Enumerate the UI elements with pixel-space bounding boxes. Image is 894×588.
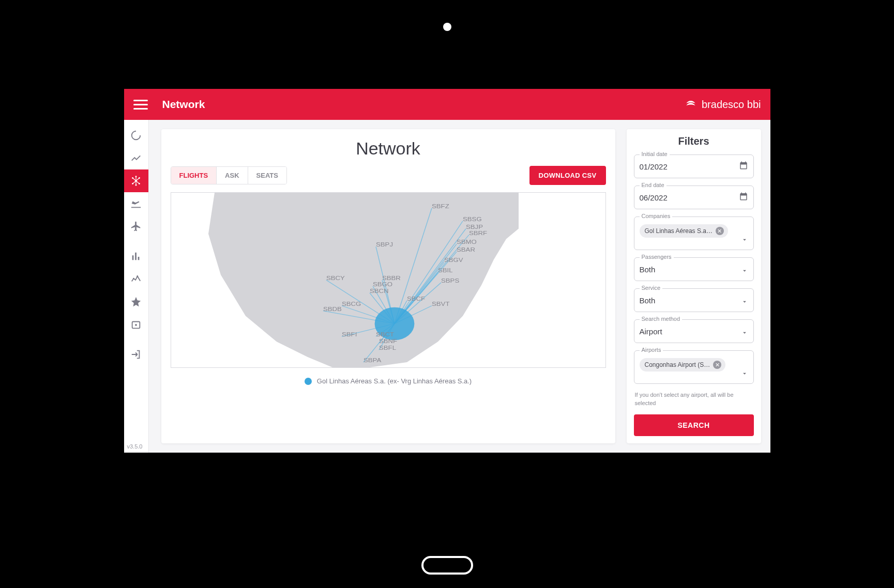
nav-departures[interactable] (124, 192, 149, 215)
legend-color-dot (305, 378, 312, 385)
airport-label[interactable]: SBDB (323, 306, 342, 313)
chevron-down-icon (741, 236, 748, 245)
tab-ask[interactable]: ASK (216, 167, 247, 184)
tab-seats[interactable]: SEATS (248, 167, 286, 184)
brand-logo: bradesco bbi (684, 98, 761, 111)
airport-label[interactable]: SBGV (444, 257, 464, 264)
passengers-field[interactable]: Passengers Both (634, 257, 754, 281)
device-camera-icon (443, 23, 451, 31)
airport-label[interactable]: SBMO (457, 239, 477, 245)
airport-label[interactable]: SBCT (376, 331, 395, 338)
chevron-down-icon (741, 298, 748, 307)
airport-label[interactable]: SBRF (469, 230, 487, 237)
airport-label[interactable]: SBBR (382, 275, 401, 282)
airport-label[interactable]: SBPJ (376, 241, 393, 248)
nav-network[interactable] (124, 169, 149, 192)
chip-label: Gol Linhas Aéreas S.a… (645, 227, 713, 235)
svg-point-7 (133, 278, 134, 280)
app-screen: Network bradesco bbi v3.5.0 Network FLIG… (124, 89, 770, 453)
brand-text: bradesco bbi (702, 99, 761, 111)
airport-label[interactable]: SBCG (342, 301, 361, 307)
metric-tabs: FLIGHTSASKSEATS (171, 166, 287, 184)
svg-point-8 (137, 275, 138, 277)
companies-field[interactable]: Companies Gol Linhas Aéreas S.a…✕ (634, 216, 754, 250)
nav-favorites[interactable] (124, 290, 149, 313)
chevron-down-icon (741, 370, 748, 379)
company-chip: Gol Linhas Aéreas S.a…✕ (640, 224, 728, 238)
airport-label[interactable]: SBCN (370, 288, 389, 295)
airport-label[interactable]: SBFL (379, 345, 396, 351)
app-version: v3.5.0 (127, 443, 143, 450)
filters-title: Filters (634, 135, 754, 147)
network-title: Network (171, 138, 606, 159)
initial-date-field[interactable]: Initial date 01/2022 (634, 154, 754, 178)
chevron-down-icon (741, 267, 748, 276)
service-field[interactable]: Service Both (634, 288, 754, 312)
airport-label[interactable]: SBIL (438, 267, 453, 274)
nav-insights[interactable] (124, 268, 149, 290)
svg-point-10 (135, 324, 137, 326)
filters-panel: Filters Initial date 01/2022 End date 06… (627, 129, 761, 443)
left-nav: v3.5.0 (124, 120, 149, 453)
topbar: Network bradesco bbi (124, 89, 770, 120)
airport-label[interactable]: SBPA (363, 357, 382, 364)
nav-fleet[interactable] (124, 215, 149, 238)
device-home-button[interactable] (421, 556, 473, 575)
network-map[interactable]: SBFZSBSGSBJPSBRFSBMOSBARSBPJSBGVSBILSBCY… (171, 192, 606, 368)
airport-label[interactable]: SBFZ (432, 203, 449, 210)
nav-loading[interactable] (124, 124, 149, 147)
airports-field[interactable]: Airports Congonhas Airport (S…✕ (634, 350, 754, 384)
chip-label: Congonhas Airport (S… (645, 361, 710, 368)
airport-label[interactable]: SBVT (432, 301, 450, 307)
airport-label[interactable]: SBPS (441, 277, 459, 284)
download-csv-button[interactable]: DOWNLOAD CSV (529, 166, 606, 185)
tab-flights[interactable]: FLIGHTS (171, 167, 217, 184)
end-date-field[interactable]: End date 06/2022 (634, 185, 754, 209)
nav-archive[interactable] (124, 313, 149, 336)
map-legend: Gol Linhas Aéreas S.a. (ex- Vrg Linhas A… (171, 377, 606, 385)
airport-label[interactable]: SBFI (342, 331, 357, 338)
brand-icon (684, 98, 698, 111)
network-card: Network FLIGHTSASKSEATS DOWNLOAD CSV SBF… (161, 129, 615, 443)
airport-label[interactable]: SBJP (466, 224, 483, 230)
airport-label[interactable]: SBCF (407, 296, 425, 302)
airport-chip: Congonhas Airport (S…✕ (640, 358, 726, 372)
airport-label[interactable]: SBGO (373, 281, 392, 288)
calendar-icon (739, 192, 748, 203)
menu-button[interactable] (133, 97, 148, 112)
legend-label: Gol Linhas Aéreas S.a. (ex- Vrg Linhas A… (317, 377, 472, 385)
search-method-field[interactable]: Search method Airport (634, 319, 754, 343)
chevron-down-icon (741, 329, 748, 338)
nav-exit[interactable] (124, 343, 149, 366)
calendar-icon (739, 161, 748, 172)
airport-label[interactable]: SBSG (463, 216, 482, 223)
airports-hint: If you don't select any airport, all wil… (634, 391, 754, 407)
nav-trends[interactable] (124, 147, 149, 169)
page-title: Network (162, 98, 205, 111)
search-button[interactable]: SEARCH (634, 414, 754, 436)
airport-label[interactable]: SBCY (326, 275, 345, 282)
chip-remove-icon[interactable]: ✕ (713, 361, 721, 369)
chip-remove-icon[interactable]: ✕ (716, 227, 724, 235)
airport-label[interactable]: SBAR (457, 246, 475, 253)
nav-stats[interactable] (124, 245, 149, 268)
airport-label[interactable]: SBNF (379, 338, 397, 345)
